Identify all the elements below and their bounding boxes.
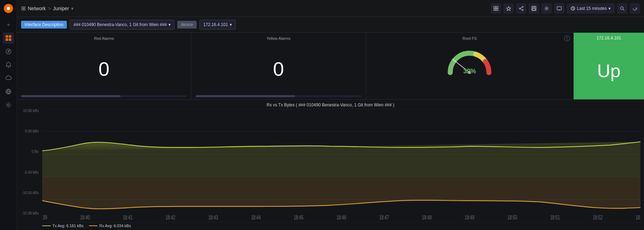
- add-panel-button[interactable]: [491, 4, 501, 13]
- svg-text:18:39: 18:39: [42, 215, 47, 220]
- svg-point-16: [519, 8, 521, 9]
- legend-tx-line: [42, 225, 51, 226]
- topbar: ⊞ Network > Juniper ▾: [17, 0, 644, 17]
- root-fs-panel: Root FS i: [366, 33, 574, 99]
- y-label-0: 10.00 kBs: [17, 109, 39, 113]
- globe-nav-icon[interactable]: [3, 86, 14, 97]
- gauge-chart: 32%: [445, 43, 494, 78]
- svg-point-9: [7, 104, 9, 106]
- svg-point-28: [620, 7, 623, 10]
- share-button[interactable]: [516, 4, 526, 13]
- svg-point-15: [522, 6, 523, 7]
- time-range-label: Last 15 minutes: [577, 6, 607, 11]
- yellow-alarms-scrollbar-thumb: [196, 95, 295, 97]
- legend-rx: Rx Avg: 6.034 kBs: [89, 224, 131, 228]
- legend-rx-line: [89, 225, 97, 226]
- time-range-picker[interactable]: Last 15 minutes ▾: [567, 4, 614, 13]
- svg-line-19: [521, 8, 522, 10]
- svg-rect-12: [494, 9, 496, 11]
- chart-title: Rx vs Tx Bytes ( ### 010490 Benestra-Van…: [17, 102, 644, 107]
- interface-value-text: ### 010490 Benestra-Vanco, 1 Git from Wi…: [74, 22, 167, 27]
- y-label-5: -15.00 kBs: [17, 211, 39, 215]
- svg-rect-21: [533, 6, 535, 8]
- ip-dropdown[interactable]: 172.16.4.101 ▾: [199, 20, 236, 30]
- svg-text:18:53: 18:53: [636, 215, 640, 220]
- sidebar: ＋: [0, 0, 17, 230]
- yellow-alarms-scrollbar[interactable]: [196, 95, 361, 97]
- tv-mode-button[interactable]: [554, 4, 564, 13]
- search-button[interactable]: [617, 4, 627, 13]
- interface-dropdown-arrow: ▾: [168, 22, 171, 27]
- chart-area: Rx vs Tx Bytes ( ### 010490 Benestra-Van…: [17, 100, 644, 230]
- svg-text:18:52: 18:52: [593, 215, 603, 220]
- legend-tx: Tx Avg: 6.181 kBs: [42, 224, 83, 228]
- ip-value-text: 172.16.4.101: [203, 22, 228, 27]
- breadcrumb: ⊞ Network > Juniper ▾: [21, 5, 74, 12]
- legend-tx-label: Tx Avg: 6.181 kBs: [52, 224, 83, 228]
- cloud-nav-icon[interactable]: [3, 73, 14, 84]
- nav-icon: ⊞: [21, 5, 26, 12]
- svg-text:18:41: 18:41: [123, 215, 133, 220]
- settings-nav-icon[interactable]: [3, 99, 14, 111]
- svg-rect-4: [9, 35, 11, 38]
- svg-text:18:46: 18:46: [337, 215, 346, 220]
- root-fs-title: Root FS: [463, 36, 477, 41]
- svg-rect-10: [494, 6, 496, 8]
- root-fs-value: 32%: [463, 68, 476, 75]
- yellow-alarms-value: 0: [196, 43, 361, 95]
- status-panel: 172.16.4.101 Up: [574, 33, 644, 99]
- topbar-actions: Last 15 minutes ▾: [491, 4, 640, 13]
- svg-marker-14: [506, 6, 511, 11]
- explore-nav-icon[interactable]: [3, 46, 14, 57]
- svg-line-18: [521, 7, 522, 8]
- info-icon[interactable]: i: [564, 36, 570, 41]
- red-alarms-title: Red Alarms: [21, 36, 187, 41]
- time-range-chevron: ▾: [608, 6, 611, 11]
- svg-text:18:42: 18:42: [166, 215, 176, 220]
- red-alarms-value: 0: [21, 43, 187, 95]
- dashboard-nav-icon[interactable]: [3, 32, 14, 44]
- svg-rect-24: [557, 7, 561, 10]
- save-button[interactable]: [529, 4, 539, 13]
- interface-value-dropdown[interactable]: ### 010490 Benestra-Vanco, 1 Git from Wi…: [70, 20, 174, 30]
- svg-text:18:49: 18:49: [465, 215, 474, 220]
- breadcrumb-dropdown-icon[interactable]: ▾: [71, 6, 74, 11]
- panels-row: Red Alarms 0 Yellow Alarms 0 Root FS i: [17, 33, 644, 100]
- main-area: ⊞ Network > Juniper ▾: [17, 0, 644, 230]
- filterbar: Interface Description ### 010490 Benestr…: [17, 17, 644, 33]
- svg-text:18:51: 18:51: [550, 215, 560, 220]
- y-axis: 10.00 kBs 5.00 kBs 0 Bs -5.00 kBs -10.00…: [17, 109, 41, 215]
- svg-point-23: [546, 7, 548, 9]
- chart-svg: 18:39 18:40 18:41 18:42 18:43 18:44 18:4…: [42, 109, 640, 222]
- svg-text:18:50: 18:50: [508, 215, 517, 220]
- svg-rect-6: [9, 38, 11, 41]
- svg-text:18:44: 18:44: [251, 215, 261, 220]
- svg-text:18:47: 18:47: [379, 215, 389, 220]
- status-value: Up: [574, 42, 644, 99]
- svg-text:18:45: 18:45: [294, 215, 304, 220]
- add-button[interactable]: ＋: [3, 19, 14, 30]
- breadcrumb-parent[interactable]: Network: [28, 6, 46, 11]
- svg-rect-13: [496, 9, 498, 11]
- svg-rect-3: [6, 35, 8, 38]
- star-button[interactable]: [504, 4, 514, 13]
- app-logo[interactable]: [3, 3, 14, 14]
- bell-nav-icon[interactable]: [3, 59, 14, 70]
- red-alarms-scrollbar[interactable]: [21, 95, 187, 97]
- status-ip: 172.16.4.101: [597, 33, 621, 42]
- breadcrumb-separator: >: [48, 6, 51, 11]
- svg-text:18:40: 18:40: [80, 215, 90, 220]
- svg-rect-11: [496, 6, 498, 8]
- legend-rx-label: Rx Avg: 6.034 kBs: [99, 224, 131, 228]
- svg-rect-5: [6, 38, 8, 41]
- dashboard-settings-button[interactable]: [542, 4, 551, 13]
- svg-text:18:43: 18:43: [208, 215, 218, 220]
- y-label-1: 5.00 kBs: [17, 129, 39, 133]
- svg-point-17: [522, 10, 523, 11]
- y-label-4: -10.00 kBs: [17, 191, 39, 195]
- svg-line-29: [623, 9, 625, 11]
- red-alarms-panel: Red Alarms 0: [17, 33, 191, 99]
- refresh-button[interactable]: [630, 4, 640, 13]
- svg-point-2: [7, 7, 10, 10]
- yellow-alarms-title: Yellow Alarms: [196, 36, 361, 41]
